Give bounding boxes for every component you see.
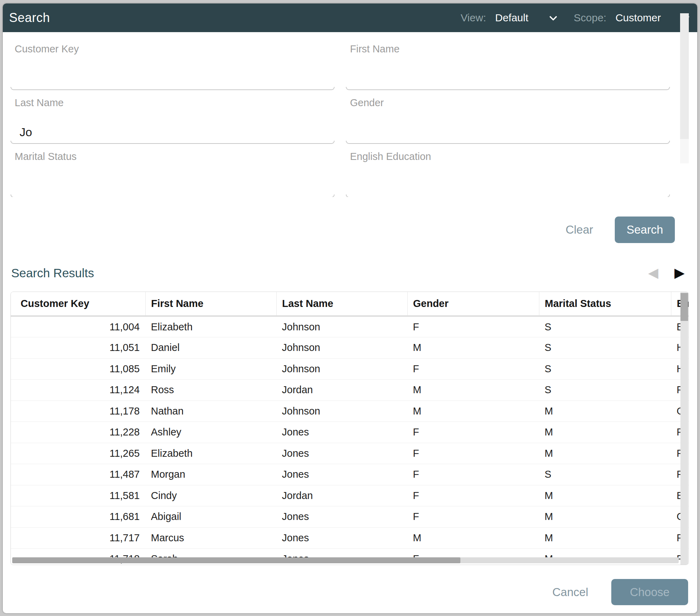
cell-marital-status: M (539, 422, 671, 443)
table-vertical-scrollbar[interactable] (680, 292, 688, 565)
field-label: English Education (350, 151, 431, 162)
table-row[interactable]: 11,717 Marcus Jones M M P (11, 527, 689, 549)
cell-customer-key: 11,124 (11, 380, 145, 401)
input-underline (346, 195, 670, 197)
clear-button[interactable]: Clear (566, 223, 593, 236)
cell-last-name: Jones (276, 443, 407, 464)
last-name-input[interactable]: Jo (20, 125, 32, 139)
last-name-field[interactable]: Last Name Jo (10, 90, 335, 144)
cell-first-name: Elizabeth (145, 443, 276, 464)
cell-last-name: Jordan (276, 380, 407, 401)
search-dialog: Search View: Default Scope: Customer Cus… (3, 3, 697, 613)
scope-value: Customer (615, 12, 661, 24)
cell-last-name: Johnson (276, 337, 407, 359)
cell-last-name: Jones (276, 422, 407, 443)
cell-last-name: Jordan (276, 485, 407, 506)
input-underline (346, 87, 670, 90)
view-value: Default (495, 12, 528, 24)
cell-first-name: Emily (145, 358, 276, 380)
cell-gender: M (407, 337, 539, 359)
form-grid: Customer Key First Name Last Name Jo Gen… (10, 36, 670, 197)
table-row[interactable]: 11,051 Daniel Johnson M S H (11, 337, 689, 359)
cell-last-name: Johnson (276, 316, 407, 337)
cell-customer-key: 11,085 (11, 358, 145, 380)
form-scrollbar-thumb[interactable] (680, 13, 689, 139)
column-header-first-name[interactable]: First Name (145, 292, 276, 316)
cell-last-name: Johnson (276, 401, 407, 422)
field-label: Gender (350, 97, 384, 109)
cell-gender: F (407, 506, 539, 528)
table-row[interactable]: 11,487 Morgan Jones F S P (11, 464, 689, 485)
cell-marital-status: S (539, 316, 671, 337)
cell-first-name: Nathan (145, 401, 276, 422)
cell-gender: F (407, 422, 539, 443)
cell-first-name: Morgan (145, 464, 276, 485)
table-header-row: Customer Key First Name Last Name Gender… (11, 292, 689, 316)
input-underline (10, 141, 335, 144)
results-pager: ◀ ▶ (648, 266, 685, 279)
cell-customer-key: 11,487 (11, 464, 145, 485)
table-row[interactable]: 11,581 Cindy Jordan F M B (11, 485, 689, 506)
cell-customer-key: 11,228 (11, 422, 145, 443)
field-label: Marital Status (15, 151, 76, 162)
column-header-last-name[interactable]: Last Name (276, 292, 407, 316)
column-header-gender[interactable]: Gender (407, 292, 539, 316)
table-row[interactable]: 11,265 Elizabeth Jones F M P (11, 443, 689, 464)
customer-key-field[interactable]: Customer Key (10, 36, 335, 90)
cell-first-name: Elizabeth (145, 316, 276, 337)
table-row[interactable]: 11,124 Ross Jordan M S P (11, 380, 689, 401)
cell-marital-status: M (539, 443, 671, 464)
input-underline (10, 87, 335, 90)
cell-last-name: Johnson (276, 358, 407, 380)
table-row[interactable]: 11,681 Abigail Jones F M G (11, 506, 689, 528)
search-button[interactable]: Search (615, 217, 675, 243)
cell-last-name: Jones (276, 464, 407, 485)
cell-marital-status: S (539, 337, 671, 359)
view-label: View: (461, 12, 486, 24)
cell-last-name: Jones (276, 527, 407, 549)
cell-first-name: Ross (145, 380, 276, 401)
table-row[interactable]: 11,085 Emily Johnson F S H (11, 358, 689, 380)
chevron-down-icon (549, 13, 557, 21)
choose-button[interactable]: Choose (611, 579, 688, 605)
previous-page-icon[interactable]: ◀ (648, 266, 658, 279)
marital-status-field[interactable]: Marital Status (10, 144, 335, 197)
gender-field[interactable]: Gender (346, 90, 670, 144)
dialog-title: Search (9, 10, 50, 25)
table-row[interactable]: 11,178 Nathan Johnson M M G (11, 401, 689, 422)
form-scrollbar[interactable] (680, 13, 689, 163)
cell-customer-key: 11,717 (11, 527, 145, 549)
cell-customer-key: 11,265 (11, 443, 145, 464)
scope-dropdown[interactable]: Scope: Customer (574, 12, 687, 24)
next-page-icon[interactable]: ▶ (675, 266, 685, 279)
english-education-field[interactable]: English Education (346, 144, 670, 197)
search-form: Customer Key First Name Last Name Jo Gen… (3, 32, 697, 197)
first-name-field[interactable]: First Name (346, 36, 670, 90)
column-header-marital-status[interactable]: Marital Status (539, 292, 671, 316)
table-row[interactable]: 11,004 Elizabeth Johnson F S B (11, 316, 689, 337)
cell-customer-key: 11,178 (11, 401, 145, 422)
results-heading: Search Results (11, 266, 94, 280)
cell-last-name: Jones (276, 506, 407, 528)
scope-label: Scope: (574, 12, 606, 24)
cell-marital-status: M (539, 485, 671, 506)
table-horizontal-scrollbar-thumb[interactable] (12, 557, 460, 563)
table-vertical-scrollbar-thumb[interactable] (680, 293, 688, 321)
results-table: Customer Key First Name Last Name Gender… (10, 292, 689, 565)
cell-customer-key: 11,681 (11, 506, 145, 528)
field-label: Last Name (15, 97, 64, 109)
cell-gender: F (407, 443, 539, 464)
cell-first-name: Ashley (145, 422, 276, 443)
table-row[interactable]: 11,228 Ashley Jones F M P (11, 422, 689, 443)
form-actions: Clear Search (566, 217, 675, 243)
table-horizontal-scrollbar[interactable] (12, 557, 679, 563)
cell-customer-key: 11,004 (11, 316, 145, 337)
column-header-customer-key[interactable]: Customer Key (11, 292, 145, 316)
view-dropdown[interactable]: View: Default (461, 12, 555, 24)
cancel-button[interactable]: Cancel (552, 586, 588, 599)
cell-customer-key: 11,581 (11, 485, 145, 506)
cell-marital-status: M (539, 506, 671, 528)
cell-first-name: Abigail (145, 506, 276, 528)
cell-first-name: Daniel (145, 337, 276, 359)
cell-marital-status: M (539, 527, 671, 549)
